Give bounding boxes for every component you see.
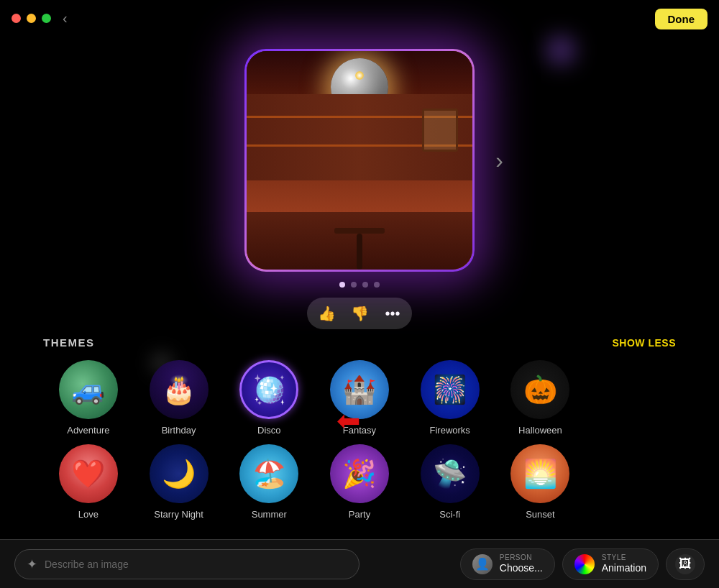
scene-table <box>334 228 385 234</box>
describe-input[interactable]: ✦ Describe an image <box>14 549 360 579</box>
person-icon: 👤 <box>472 554 493 574</box>
nav-dot-3[interactable] <box>362 282 368 288</box>
theme-label-summer: Summer <box>252 509 287 520</box>
theme-item-party[interactable]: 🎉 Party <box>314 444 405 520</box>
bottom-pills: 👤 PERSON Choose... STYLE Animation 🖼 <box>460 548 705 580</box>
theme-icon-disco: 🪩 <box>239 360 298 419</box>
maximize-button[interactable] <box>42 14 51 23</box>
bottom-bar: ✦ Describe an image 👤 PERSON Choose... S… <box>0 539 719 588</box>
theme-item-starrynight[interactable]: 🌙 Starry Night <box>134 444 224 520</box>
theme-item-halloween[interactable]: 🎃 Halloween <box>495 360 586 436</box>
title-bar: ‹ Done <box>0 0 719 36</box>
preview-image <box>247 51 472 270</box>
theme-label-birthday: Birthday <box>162 425 196 436</box>
nav-dot-2[interactable] <box>351 282 357 288</box>
nav-dot-1[interactable] <box>339 282 345 288</box>
theme-icon-fireworks: 🎆 <box>421 360 480 419</box>
theme-icon-starrynight: 🌙 <box>150 444 209 503</box>
style-pill-text: STYLE Animation <box>602 553 646 574</box>
theme-item-birthday[interactable]: 🎂 Birthday <box>134 360 224 436</box>
theme-icon-halloween: 🎃 <box>510 360 569 419</box>
done-button[interactable]: Done <box>655 9 708 29</box>
theme-empty-1 <box>585 360 644 436</box>
theme-label-starrynight: Starry Night <box>154 509 203 520</box>
image-pill[interactable]: 🖼 <box>666 548 705 580</box>
theme-label-adventure: Adventure <box>67 425 109 436</box>
themes-header: THEMES SHOW LESS <box>43 336 676 349</box>
main-content: › 👍 👎 ••• THEMES SHOW LESS 🚙 Adventure 🎂… <box>0 36 719 588</box>
person-pill[interactable]: 👤 PERSON Choose... <box>460 548 555 580</box>
thumbs-up-button[interactable]: 👍 <box>311 300 342 326</box>
theme-item-sunset[interactable]: 🌅 Sunset <box>495 444 586 520</box>
theme-icon-scifi: 🛸 <box>421 444 480 503</box>
action-bar: 👍 👎 ••• <box>307 298 412 329</box>
scene-disco-shine <box>355 71 364 80</box>
describe-icon: ✦ <box>27 556 37 572</box>
theme-icon-summer: 🏖️ <box>239 444 298 503</box>
preview-glow <box>244 49 475 272</box>
themes-grid: 🚙 Adventure 🎂 Birthday 🪩 Disco 🏰 Fantasy… <box>43 360 676 520</box>
scene-floor <box>247 212 472 270</box>
theme-label-disco: Disco <box>257 425 281 436</box>
theme-icon-adventure: 🚙 <box>59 360 118 419</box>
theme-label-halloween: Halloween <box>518 425 562 436</box>
theme-label-fireworks: Fireworks <box>430 425 470 436</box>
theme-icon-birthday: 🎂 <box>150 360 209 419</box>
theme-icon-party: 🎉 <box>330 444 389 503</box>
more-button[interactable]: ••• <box>377 300 408 326</box>
theme-item-disco[interactable]: 🪩 Disco <box>224 360 314 436</box>
style-icon <box>574 554 595 574</box>
theme-icon-sunset: 🌅 <box>510 444 569 503</box>
theme-label-party: Party <box>349 509 370 520</box>
theme-label-love: Love <box>78 509 99 520</box>
show-less-button[interactable]: SHOW LESS <box>612 337 676 349</box>
thumbs-down-button[interactable]: 👎 <box>344 300 375 326</box>
back-button[interactable]: ‹ <box>63 10 68 27</box>
theme-item-scifi[interactable]: 🛸 Sci-fi <box>405 444 495 520</box>
traffic-lights <box>12 14 51 23</box>
theme-label-scifi: Sci-fi <box>439 509 460 520</box>
scene <box>247 51 472 270</box>
nav-dot-4[interactable] <box>374 282 380 288</box>
style-label-main: Animation <box>602 562 646 574</box>
preview-wrapper: › <box>244 49 475 272</box>
scene-window <box>422 109 458 152</box>
style-pill[interactable]: STYLE Animation <box>562 548 659 580</box>
nav-dots <box>339 282 380 288</box>
theme-item-love[interactable]: ❤️ Love <box>43 444 134 520</box>
style-label-small: STYLE <box>602 553 646 562</box>
person-label-main: Choose... <box>500 562 543 574</box>
scene-table-leg <box>357 234 362 270</box>
disco-arrow-indicator: ⬅ <box>336 404 361 437</box>
theme-label-sunset: Sunset <box>526 509 554 520</box>
themes-title: THEMES <box>43 336 95 349</box>
person-pill-text: PERSON Choose... <box>500 553 543 574</box>
theme-item-fireworks[interactable]: 🎆 Fireworks <box>405 360 495 436</box>
person-label-small: PERSON <box>500 553 543 562</box>
theme-item-adventure[interactable]: 🚙 Adventure <box>43 360 134 436</box>
close-button[interactable] <box>12 14 21 23</box>
describe-placeholder: Describe an image <box>45 559 129 570</box>
image-icon: 🖼 <box>675 554 695 574</box>
minimize-button[interactable] <box>27 14 36 23</box>
next-arrow[interactable]: › <box>495 147 503 174</box>
theme-item-summer[interactable]: 🏖️ Summer <box>224 444 314 520</box>
theme-icon-love: ❤️ <box>59 444 118 503</box>
